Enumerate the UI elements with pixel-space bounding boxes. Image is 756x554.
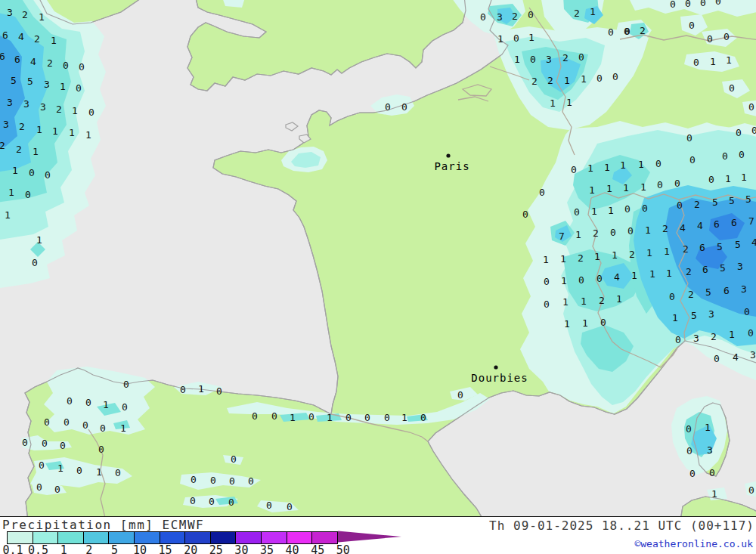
precip-value: 4 <box>18 31 24 42</box>
precip-value: 0 <box>748 484 754 496</box>
precip-value: 1 <box>12 165 18 176</box>
precip-value: 3 <box>3 119 9 130</box>
precip-value: 0 <box>252 410 258 422</box>
precip-value: 1 <box>69 127 75 138</box>
precip-value: 0 <box>748 101 754 113</box>
precip-value: 0 <box>689 468 696 479</box>
precip-value: 0 <box>530 54 536 65</box>
precip-value: 0 <box>539 187 545 198</box>
precip-value: 0 <box>480 11 486 23</box>
precip-value: 1 <box>528 32 534 43</box>
precip-value: 3 <box>44 79 50 90</box>
precip-value: 0 <box>39 460 45 471</box>
precip-value: 0 <box>612 71 618 82</box>
legend-tick: 0.1 <box>2 543 23 554</box>
precip-value: 4 <box>733 351 739 363</box>
precip-value: 1 <box>52 125 58 137</box>
precip-value: 0 <box>522 209 528 220</box>
precip-value: 4 <box>680 222 686 234</box>
precip-value: 3 <box>7 97 13 108</box>
precip-value: 0 <box>674 178 680 189</box>
precip-value: 1 <box>39 11 45 23</box>
precip-value: 0 <box>689 20 695 31</box>
precip-value: 1 <box>327 412 333 423</box>
precip-value: 0 <box>63 60 69 71</box>
precip-value: 2 <box>512 11 518 22</box>
precip-value: 1 <box>705 422 711 433</box>
precip-value: 0 <box>229 475 235 487</box>
legend-tick: 2 <box>85 543 92 554</box>
precip-value: 6 <box>723 285 730 296</box>
precip-value: 2 <box>19 121 25 132</box>
precip-value: 1 <box>666 268 672 279</box>
precip-value: 1 <box>590 6 596 17</box>
precip-value: 7 <box>748 215 754 227</box>
precip-value: 0 <box>608 26 614 38</box>
precip-value: 1 <box>645 224 651 236</box>
city-label: Paris <box>434 160 469 172</box>
precip-value: 1 <box>589 184 595 196</box>
precip-value: 1 <box>103 399 109 410</box>
precip-value: 1 <box>72 105 78 116</box>
precip-value: 4 <box>30 56 36 67</box>
legend-swatch <box>262 532 287 543</box>
precip-value: 0 <box>401 101 407 113</box>
precip-value: 2 <box>662 223 668 234</box>
precip-value: 5 <box>691 310 697 321</box>
copyright-link[interactable]: ©weatheronline.co.uk <box>634 538 753 549</box>
precip-value: 2 <box>574 8 580 19</box>
precip-value: 3 <box>546 54 552 65</box>
precip-value: 0 <box>82 419 88 431</box>
legend-colorbar <box>7 531 338 544</box>
precip-value: 0 <box>571 164 577 175</box>
precip-value: 0 <box>736 127 742 138</box>
precip-value: 1 <box>646 247 652 258</box>
precip-value: 0 <box>686 423 692 435</box>
precip-value: 0 <box>29 167 35 178</box>
precip-value: 1 <box>741 172 747 183</box>
precip-value: 0 <box>709 467 715 478</box>
precip-value: 3 <box>7 7 13 18</box>
precip-value: 0 <box>248 475 254 487</box>
precip-value: 0 <box>287 501 293 512</box>
precip-value: 2 <box>562 52 569 63</box>
precip-value: 1 <box>514 54 520 65</box>
legend-swatch <box>135 532 160 543</box>
precip-value: 0 <box>544 276 550 287</box>
precip-value: 0 <box>67 395 73 407</box>
precip-value: 0 <box>180 384 186 395</box>
precip-value: 2 <box>34 33 40 45</box>
precip-value: 0 <box>88 107 94 118</box>
precip-value: 3 <box>707 444 713 456</box>
precip-value: 0 <box>32 257 38 268</box>
legend-title: Precipitation [mm] ECMWF <box>2 518 204 532</box>
precip-value: 1 <box>401 412 407 423</box>
precip-value: 1 <box>638 159 644 170</box>
precip-value: 0 <box>54 484 60 495</box>
precip-value: 0 <box>642 203 648 214</box>
legend-tick: 45 <box>311 543 324 554</box>
precip-value: 0 <box>308 411 314 422</box>
precip-value: 0 <box>596 273 603 284</box>
legend-swatch <box>312 532 337 543</box>
precip-value: 2 <box>694 199 700 210</box>
precip-value: 0 <box>700 0 706 8</box>
precip-value: 0 <box>708 174 714 185</box>
precip-value: 0 <box>693 57 699 68</box>
legend-swatch <box>236 532 262 543</box>
precip-value: 3 <box>497 11 503 23</box>
precip-value: 1 <box>85 129 91 141</box>
legend-tick: 0.5 <box>28 543 48 554</box>
precip-value: 2 <box>22 9 28 20</box>
precip-value: 0 <box>266 500 272 511</box>
precip-value: 5 <box>745 193 751 205</box>
precipitation-map: 3216421664200553103332103211112211001011… <box>0 0 756 516</box>
precip-value: 0 <box>76 82 82 94</box>
precip-value: 0 <box>364 412 370 423</box>
precip-value: 0 <box>707 33 713 45</box>
precip-value: 2 <box>686 266 692 277</box>
precip-value: 3 <box>40 101 46 113</box>
precip-value: 1 <box>497 33 503 45</box>
precip-value: 5 <box>712 197 718 208</box>
precip-value: 0 <box>60 440 66 451</box>
